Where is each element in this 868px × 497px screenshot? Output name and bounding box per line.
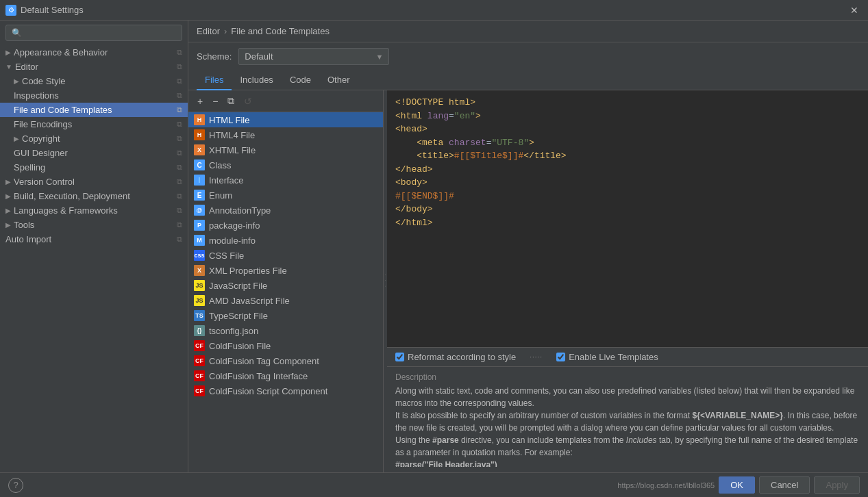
list-item[interactable]: JS JavaScript File — [188, 278, 383, 293]
copy-icon: ⧉ — [177, 235, 182, 244]
cf-script-component-icon: CF — [194, 385, 205, 396]
sidebar-item-appearance[interactable]: Appearance & Behavior ⧉ — [0, 45, 188, 60]
list-item[interactable]: CF ColdFusion File — [188, 338, 383, 353]
expand-arrow-icon — [5, 49, 11, 56]
sidebar-tree: Appearance & Behavior ⧉ Editor ⧉ Code St… — [0, 45, 188, 472]
file-item-name: Class — [209, 160, 232, 170]
list-item[interactable]: {} tsconfig.json — [188, 323, 383, 338]
bottom-bar: ? https://blog.csdn.net/lbllol365 OK Can… — [0, 472, 868, 497]
html4-file-icon: H — [194, 129, 205, 140]
sidebar-item-label: Code Style — [22, 76, 66, 86]
list-item[interactable]: I Interface — [188, 173, 383, 188]
java-enum-icon: E — [194, 190, 205, 201]
list-item[interactable]: @ AnnotationType — [188, 203, 383, 218]
reformat-option[interactable]: Reformat according to style — [395, 352, 516, 362]
scheme-value: Default — [245, 51, 273, 62]
tab-other[interactable]: Other — [319, 71, 358, 90]
sidebar-item-inspections[interactable]: Inspections ⧉ — [0, 88, 188, 103]
json-file-icon: {} — [194, 325, 205, 336]
close-button[interactable]: ✕ — [846, 3, 863, 17]
code-editor[interactable]: <!DOCTYPE html> <html lang="en"> <head> … — [387, 90, 868, 347]
ts-file-icon: TS — [194, 310, 205, 321]
description-section: Description Along with static text, code… — [387, 366, 868, 472]
sidebar-item-file-encodings[interactable]: File Encodings ⧉ — [0, 117, 188, 131]
copy-template-button[interactable]: ⧉ — [224, 93, 238, 109]
sidebar-item-spelling[interactable]: Spelling ⧉ — [0, 160, 188, 175]
sidebar-item-code-style[interactable]: Code Style ⧉ — [0, 74, 188, 88]
sidebar-item-auto-import[interactable]: Auto Import ⧉ — [0, 232, 188, 246]
sidebar-item-version-control[interactable]: Version Control ⧉ — [0, 175, 188, 189]
apply-button[interactable]: Apply — [814, 476, 860, 494]
file-item-name: CSS File — [209, 251, 244, 261]
list-item[interactable]: P package-info — [188, 218, 383, 233]
breadcrumb-arrow-icon: › — [224, 26, 227, 36]
sidebar-item-gui-designer[interactable]: GUI Designer ⧉ — [0, 146, 188, 160]
remove-template-button[interactable]: − — [209, 94, 221, 109]
cf-tag-interface-icon: CF — [194, 370, 205, 381]
live-templates-label: Enable Live Templates — [569, 352, 658, 362]
scheme-row: Scheme: Default ▼ — [188, 42, 868, 71]
list-item[interactable]: CF ColdFusion Tag Interface — [188, 368, 383, 383]
list-item[interactable]: JS AMD JavaScript File — [188, 293, 383, 308]
file-item-name: Interface — [209, 175, 244, 186]
sidebar-item-label: File and Code Templates — [14, 105, 112, 115]
breadcrumb-parent: Editor — [197, 26, 220, 36]
copy-icon: ⧉ — [177, 206, 182, 215]
sidebar-item-label: Version Control — [14, 177, 75, 187]
reformat-checkbox[interactable] — [395, 353, 404, 361]
scheme-select[interactable]: Default ▼ — [238, 48, 389, 65]
list-item[interactable]: E Enum — [188, 188, 383, 203]
xhtml-file-icon: X — [194, 144, 205, 155]
tab-includes[interactable]: Includes — [232, 71, 281, 90]
help-button[interactable]: ? — [8, 478, 23, 493]
sidebar-item-copyright[interactable]: Copyright ⧉ — [0, 131, 188, 146]
list-item[interactable]: CF ColdFusion Script Component — [188, 383, 383, 398]
tab-files[interactable]: Files — [197, 71, 232, 90]
java-interface-icon: I — [194, 175, 205, 186]
list-item[interactable]: H HTML4 File — [188, 127, 383, 142]
sidebar-item-label: Editor — [15, 62, 38, 72]
breadcrumb: Editor › File and Code Templates — [188, 21, 868, 42]
file-item-name: ColdFusion Script Component — [209, 386, 327, 396]
scheme-label: Scheme: — [197, 51, 232, 62]
list-item[interactable]: M module-info — [188, 233, 383, 248]
copy-icon: ⧉ — [177, 134, 182, 143]
cancel-button[interactable]: Cancel — [759, 476, 810, 494]
list-item[interactable]: C Class — [188, 157, 383, 173]
file-item-name: ColdFusion Tag Component — [209, 356, 319, 366]
css-file-icon: css — [194, 250, 205, 261]
list-item[interactable]: H HTML File — [188, 112, 383, 127]
sidebar-item-build-execution[interactable]: Build, Execution, Deployment ⧉ — [0, 189, 188, 203]
search-box[interactable]: 🔍 — [5, 25, 182, 41]
sidebar-item-label: Tools — [14, 220, 34, 230]
search-input[interactable] — [25, 28, 176, 38]
code-editor-panel: <!DOCTYPE html> <html lang="en"> <head> … — [387, 90, 868, 472]
sidebar-item-file-code-templates[interactable]: File and Code Templates ⧉ — [0, 103, 188, 117]
split-panel: + − ⧉ ↺ H HTML File H HTML4 File X — [188, 90, 868, 472]
cf-file-icon: CF — [194, 340, 205, 351]
add-template-button[interactable]: + — [194, 94, 206, 109]
title-bar-left: ⚙ Default Settings — [5, 5, 84, 16]
tab-code[interactable]: Code — [282, 71, 319, 90]
copy-icon: ⧉ — [177, 163, 182, 172]
file-list-panel: + − ⧉ ↺ H HTML File H HTML4 File X — [188, 90, 384, 472]
bottom-right: https://blog.csdn.net/lbllol365 OK Cance… — [617, 476, 860, 494]
sidebar-item-languages-frameworks[interactable]: Languages & Frameworks ⧉ — [0, 203, 188, 218]
window-title: Default Settings — [21, 5, 84, 15]
list-item[interactable]: TS TypeScript File — [188, 308, 383, 323]
amd-js-file-icon: JS — [194, 295, 205, 306]
ok-button[interactable]: OK — [719, 476, 755, 494]
sidebar-item-tools[interactable]: Tools ⧉ — [0, 218, 188, 232]
list-item[interactable]: css CSS File — [188, 248, 383, 263]
copy-icon: ⧉ — [177, 149, 182, 157]
main-layout: 🔍 Appearance & Behavior ⧉ Editor ⧉ Code … — [0, 21, 868, 472]
reset-template-button[interactable]: ↺ — [240, 94, 256, 109]
list-item[interactable]: X XML Properties File — [188, 263, 383, 278]
file-item-name: XML Properties File — [209, 266, 287, 276]
sidebar-item-editor[interactable]: Editor ⧉ — [0, 60, 188, 74]
live-templates-option[interactable]: Enable Live Templates — [556, 352, 658, 362]
expand-arrow-icon — [14, 77, 19, 85]
live-templates-checkbox[interactable] — [556, 353, 565, 361]
list-item[interactable]: X XHTML File — [188, 142, 383, 157]
list-item[interactable]: CF ColdFusion Tag Component — [188, 353, 383, 368]
